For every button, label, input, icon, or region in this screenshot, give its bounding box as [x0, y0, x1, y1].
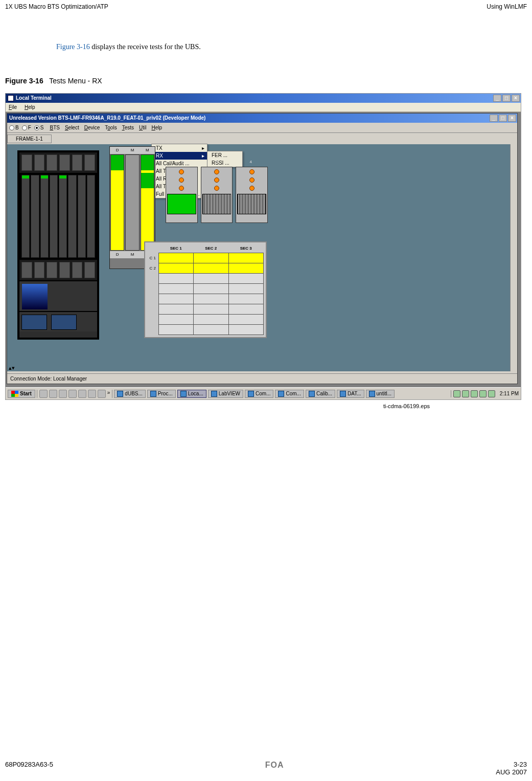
menu-tools[interactable]: Tools: [105, 125, 117, 130]
maximize-button[interactable]: □: [502, 95, 511, 102]
rx-fer[interactable]: FER ...: [207, 151, 242, 159]
ql-icon[interactable]: [39, 390, 48, 398]
tray-icon[interactable]: [488, 390, 495, 397]
windows-logo-icon: [11, 391, 18, 397]
frame-tab[interactable]: FRAME-1-1: [7, 135, 52, 143]
ql-icon[interactable]: [98, 390, 106, 398]
lmf-titlebar[interactable]: Unreleased Version BTS-LMF-FR9346A_R19.0…: [7, 114, 517, 123]
menu-tests[interactable]: Tests: [122, 125, 134, 130]
task-com1[interactable]: Com...: [245, 390, 273, 398]
page-header: 1X UBS Macro BTS Optimization/ATP Using …: [0, 0, 532, 12]
app-icon: [8, 95, 14, 101]
task-untitl[interactable]: untitl...: [366, 390, 395, 398]
ql-icon[interactable]: [88, 390, 96, 398]
tray-icon[interactable]: [462, 390, 469, 397]
ql-icon[interactable]: [59, 390, 67, 398]
task-calib[interactable]: Calib...: [306, 390, 335, 398]
figure-title: Tests Menu - RX: [49, 77, 102, 85]
figure-number: Figure 3-16: [5, 77, 43, 85]
radio-f[interactable]: F: [22, 125, 31, 130]
child-minimize-button[interactable]: _: [490, 115, 498, 122]
task-loca[interactable]: Loca...: [177, 390, 206, 398]
tests-tx[interactable]: TX: [152, 144, 207, 152]
task-dubs[interactable]: dUBS...: [114, 390, 145, 398]
splitter-icon[interactable]: ▴▾: [9, 363, 15, 373]
local-terminal-titlebar[interactable]: Local Terminal _ □ ×: [6, 94, 521, 103]
tray-icon[interactable]: [453, 390, 460, 397]
intro-paragraph: Figure 3-16 displays the receive tests f…: [0, 12, 532, 51]
menu-bts[interactable]: BTS: [50, 125, 59, 130]
status-bar: ▴▾ Connection Mode: Local Manager: [7, 373, 517, 384]
module-row[interactable]: 2 3 4: [166, 167, 268, 223]
ql-icon[interactable]: [49, 390, 57, 398]
tests-rx[interactable]: RX: [152, 152, 207, 160]
task-labview[interactable]: LabVIEW: [208, 390, 243, 398]
header-right: Using WinLMF: [487, 3, 527, 10]
doc-number: 68P09283A63-5: [5, 761, 53, 776]
page-number: 3-23: [514, 761, 527, 768]
figure-link[interactable]: Figure 3-16: [56, 43, 90, 51]
lmf-title: Unreleased Version BTS-LMF-FR9346A_R19.0…: [9, 115, 205, 121]
status-text: Connection Mode: Local Manager: [10, 376, 87, 382]
menu-device[interactable]: Device: [84, 125, 100, 130]
lmf-window: Unreleased Version BTS-LMF-FR9346A_R19.0…: [7, 113, 518, 384]
equipment-rack[interactable]: [17, 150, 99, 340]
module-3[interactable]: [201, 167, 233, 223]
eps-filename: ti-cdma-06199.eps: [0, 400, 532, 409]
sector-grid[interactable]: SEC 1 SEC 2 SEC 3 C 1 C 2: [144, 241, 267, 338]
local-terminal-title: Local Terminal: [16, 94, 52, 103]
intro-rest: displays the receive tests for the UBS.: [90, 43, 201, 51]
menu-file[interactable]: File: [9, 104, 17, 110]
ql-icon[interactable]: [68, 390, 77, 398]
task-dat[interactable]: DAT...: [337, 390, 364, 398]
figure-caption: Figure 3-16 Tests Menu - RX: [0, 51, 532, 90]
taskbar-clock[interactable]: 2:11 PM: [500, 391, 519, 396]
ql-more[interactable]: »: [107, 390, 110, 398]
footer-center: FOA: [265, 761, 284, 776]
module-2[interactable]: [166, 167, 198, 223]
close-button[interactable]: ×: [512, 95, 520, 102]
doc-date: AUG 2007: [496, 768, 527, 776]
taskbar[interactable]: Start » dUBS... Proc... Loca... LabVIEW …: [6, 387, 521, 399]
quick-launch[interactable]: »: [37, 390, 113, 398]
start-button[interactable]: Start: [8, 390, 35, 398]
minimize-button[interactable]: _: [493, 95, 501, 102]
module-4[interactable]: [236, 167, 268, 223]
menu-select[interactable]: Select: [65, 125, 79, 130]
task-com2[interactable]: Com...: [275, 390, 304, 398]
menu-util[interactable]: Util: [139, 125, 146, 130]
lmf-canvas: TX RX All Cal/Audit ... All TX ATP ... A…: [7, 144, 517, 371]
menu-help2[interactable]: Help: [151, 125, 162, 130]
task-proc[interactable]: Proc...: [147, 390, 176, 398]
tray-icon[interactable]: [471, 390, 478, 397]
header-left: 1X UBS Macro BTS Optimization/ATP: [5, 3, 108, 10]
child-maximize-button[interactable]: □: [499, 115, 507, 122]
lmf-menubar[interactable]: B F S BTS Select Device Tools Tests Util…: [7, 123, 517, 133]
screenshot: Local Terminal _ □ × File Help Unrelease…: [5, 93, 521, 400]
system-tray[interactable]: 2:11 PM: [451, 390, 519, 397]
child-close-button[interactable]: ×: [508, 115, 516, 122]
radio-b[interactable]: B: [9, 125, 19, 130]
rx-submenu[interactable]: FER ... RSSI ...: [207, 151, 243, 167]
vertical-scrollbar[interactable]: [510, 144, 517, 371]
tray-icon[interactable]: [479, 390, 487, 397]
ql-icon[interactable]: [78, 390, 86, 398]
page-footer: 68P09283A63-5 FOA 3-23 AUG 2007: [5, 761, 527, 776]
menu-help[interactable]: Help: [25, 104, 35, 110]
radio-s[interactable]: S: [34, 125, 44, 130]
frame-tab-bar: FRAME-1-1: [7, 133, 517, 144]
local-terminal-menubar[interactable]: File Help: [6, 103, 521, 112]
